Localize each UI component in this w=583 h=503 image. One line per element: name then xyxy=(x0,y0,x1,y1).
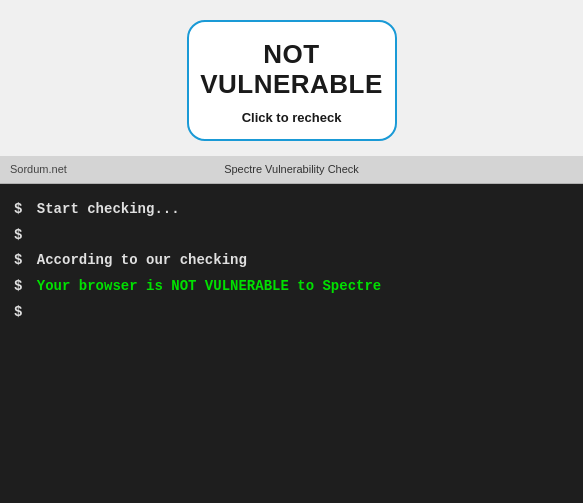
terminal-line: $ Start checking... xyxy=(14,198,569,222)
terminal-text: Start checking... xyxy=(28,198,179,222)
terminal-prompt: $ xyxy=(14,301,22,325)
terminal-line: $ According to our checking xyxy=(14,249,569,273)
status-title: NOT VULNERABLE xyxy=(200,40,383,100)
terminal-line: $ Your browser is NOT VULNERABLE to Spec… xyxy=(14,275,569,299)
terminal-line: $ xyxy=(14,224,569,248)
terminal-prompt: $ xyxy=(14,275,22,299)
terminal-prompt: $ xyxy=(14,198,22,222)
top-section: NOT VULNERABLE Click to recheck xyxy=(0,0,583,156)
terminal-titlebar: Sordum.net Spectre Vulnerability Check xyxy=(0,156,583,184)
status-card[interactable]: NOT VULNERABLE Click to recheck xyxy=(187,20,397,141)
terminal-text: Your browser is NOT VULNERABLE to Spectr… xyxy=(28,275,381,299)
terminal-prompt: $ xyxy=(14,249,22,273)
terminal-line: $ xyxy=(14,301,569,325)
terminal-prompt: $ xyxy=(14,224,22,248)
titlebar-center-label: Spectre Vulnerability Check xyxy=(151,163,433,175)
terminal-wrapper: Sordum.net Spectre Vulnerability Check $… xyxy=(0,156,583,503)
titlebar-left-label: Sordum.net xyxy=(10,163,151,175)
terminal-text: According to our checking xyxy=(28,249,246,273)
terminal-body: $ Start checking...$$ According to our c… xyxy=(0,184,583,503)
click-to-recheck-label: Click to recheck xyxy=(242,110,342,125)
